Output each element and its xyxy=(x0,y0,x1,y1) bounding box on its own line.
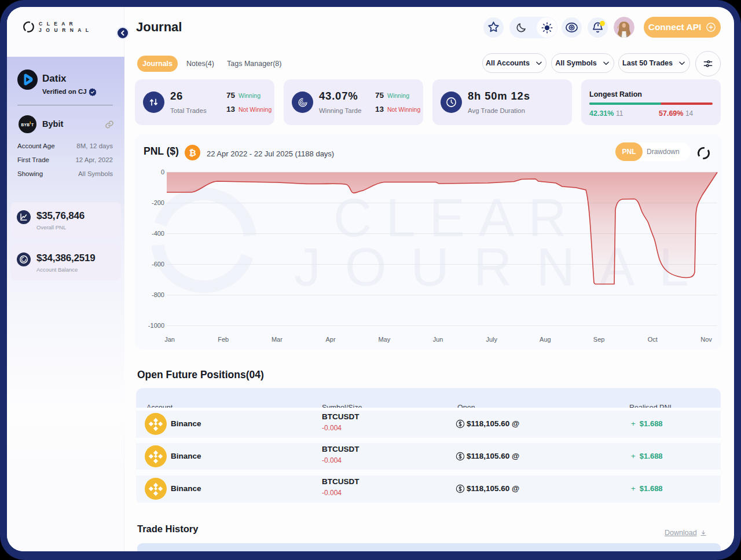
svg-text:-200: -200 xyxy=(152,199,164,206)
svg-text:Apr: Apr xyxy=(326,336,336,343)
svg-text:Jan: Jan xyxy=(164,336,175,343)
svg-text:BYB: BYB xyxy=(21,123,30,127)
svg-text:Feb: Feb xyxy=(218,336,229,343)
svg-text:-800: -800 xyxy=(152,291,164,298)
svg-text:Nov: Nov xyxy=(700,336,712,343)
svg-text:-1000: -1000 xyxy=(148,322,164,329)
svg-text:-400: -400 xyxy=(152,230,164,237)
svg-text:Jun: Jun xyxy=(433,336,443,343)
svg-text:0: 0 xyxy=(161,169,164,175)
svg-text:July: July xyxy=(486,336,497,343)
svg-text:Aug: Aug xyxy=(540,336,551,343)
svg-text:May: May xyxy=(378,336,390,343)
svg-text:Mar: Mar xyxy=(272,336,283,343)
svg-text:Sep: Sep xyxy=(593,336,605,343)
svg-text:T: T xyxy=(31,123,34,127)
svg-text:Oct: Oct xyxy=(648,336,658,343)
svg-text:-600: -600 xyxy=(152,261,164,268)
